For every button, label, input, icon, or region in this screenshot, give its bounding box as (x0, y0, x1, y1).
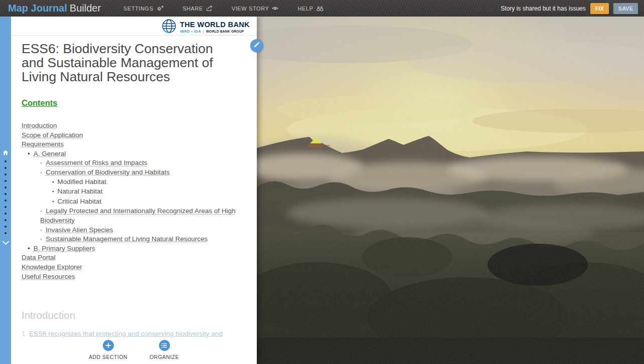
section-nav-dot[interactable] (5, 200, 7, 202)
section-nav-dot[interactable] (5, 167, 7, 169)
share-icon (206, 6, 213, 12)
toc-item: Scope of Application (22, 131, 244, 140)
toc-link[interactable]: Scope of Application (22, 131, 83, 139)
app-title-secondary: Builder (70, 3, 101, 14)
view-story-menu-label: VIEW STORY (232, 6, 269, 12)
chevron-down-icon[interactable] (2, 238, 10, 247)
organize-button[interactable]: ORGANIZE (149, 340, 179, 364)
view-story-button[interactable]: VIEW STORY (232, 6, 279, 12)
toc-link[interactable]: Introduction (22, 122, 57, 129)
builder-topbar: Map JournalBuilder SETTINGS SHARE (0, 0, 644, 17)
toc-link[interactable]: Conservation of Biodiversity and Habitat… (46, 168, 170, 176)
section-nav-dots (5, 160, 7, 234)
fix-button[interactable]: FIX (590, 3, 609, 14)
settings-button[interactable]: SETTINGS (123, 6, 164, 12)
toc-text: Critical Habitat (58, 198, 102, 205)
toc-item: Requirements (22, 140, 244, 149)
toc-text: Modified Habitat (58, 178, 107, 186)
toc-link[interactable]: Data Portal (22, 254, 56, 261)
toc-bullet: • (28, 149, 30, 159)
toc-bullet: ◦ (40, 168, 42, 177)
eye-icon (272, 6, 278, 11)
toc-item: ▪Modified Habitat (22, 177, 244, 188)
story-content-panel: THE WORLD BANK IBRD • IDA | WORLD BANK G… (11, 17, 257, 364)
section-nav-dot[interactable] (5, 193, 7, 195)
section-nav-dot[interactable] (5, 232, 7, 234)
globe-icon (162, 19, 177, 36)
toc-item: ◦Conservation of Biodiversity and Habita… (22, 168, 244, 177)
toc-link[interactable]: Sustainable Management of Living Natural… (46, 235, 208, 243)
toc-item: Knowledge Explorer (22, 263, 244, 272)
edit-section-button[interactable] (250, 39, 263, 52)
toc-item: Data Portal (22, 253, 244, 263)
story-header: THE WORLD BANK IBRD • IDA | WORLD BANK G… (11, 17, 257, 36)
toc-bullet: ▪ (52, 187, 54, 197)
save-button[interactable]: SAVE (613, 3, 638, 14)
main-stage-photo[interactable] (257, 17, 644, 364)
toc-bullet: ◦ (40, 226, 42, 235)
story-status-text: Story is shared but it has issues (501, 5, 585, 12)
settings-menu-label: SETTINGS (123, 6, 153, 12)
toc-item: Useful Resources (22, 272, 244, 282)
section-nav-dot[interactable] (5, 180, 7, 182)
toc-link[interactable]: Knowledge Explorer (22, 263, 82, 271)
toc-item: •A. General (22, 149, 244, 159)
section-nav-dot[interactable] (5, 226, 7, 228)
ibrd-ida-label: IBRD • IDA (180, 29, 201, 34)
toc-bullet: ◦ (40, 235, 42, 244)
toc-bullet: ◦ (40, 158, 42, 168)
toc-list: IntroductionScope of ApplicationRequirem… (22, 121, 244, 281)
faded-section-heading: Introduction (22, 309, 257, 321)
world-bank-subtitle: IBRD • IDA | WORLD BANK GROUP (180, 29, 250, 34)
app-title: Map JournalBuilder (8, 3, 101, 14)
toc-bullet: ◦ (40, 207, 42, 216)
preview-paragraph-number: 1. (22, 330, 27, 337)
pencil-icon (253, 41, 260, 50)
toc-bullet: ▪ (52, 177, 54, 187)
binoculars-icon (316, 6, 324, 12)
toc-link[interactable]: Requirements (22, 140, 64, 148)
share-button[interactable]: SHARE (183, 6, 213, 12)
list-icon (159, 340, 170, 351)
toc-item: ▪Critical Habitat (22, 197, 244, 207)
app-title-primary: Map Journal (8, 3, 67, 14)
toc-link[interactable]: Assessment of Risks and Impacts (46, 159, 147, 166)
home-icon[interactable] (3, 148, 9, 157)
toc-item: ◦Sustainable Management of Living Natura… (22, 235, 244, 244)
toc-link[interactable]: B. Primary Suppliers (34, 245, 95, 252)
toc-item: ▪Natural Habitat (22, 187, 244, 197)
toc-bullet: ▪ (52, 197, 54, 207)
section-nav-dot[interactable] (5, 173, 7, 175)
plus-icon (103, 340, 114, 351)
toc-link[interactable]: Legally Protected and Internationally Re… (40, 207, 236, 224)
help-menu-label: HELP (297, 6, 313, 12)
toc-link[interactable]: Invasive Alien Species (46, 226, 113, 234)
add-section-label: ADD SECTION (89, 354, 127, 360)
add-section-button[interactable]: ADD SECTION (89, 340, 127, 364)
help-button[interactable]: HELP (297, 6, 323, 12)
toc-item: •B. Primary Suppliers (22, 244, 244, 254)
toc-item: ◦Assessment of Risks and Impacts (22, 158, 244, 168)
share-menu-label: SHARE (183, 6, 203, 12)
world-bank-group-label: WORLD BANK GROUP (206, 29, 244, 34)
gears-icon (156, 6, 164, 12)
section-nav-dot[interactable] (5, 160, 7, 162)
page-title: ESS6: Biodiversity Conservation and Sust… (22, 42, 236, 84)
section-nav-dot[interactable] (5, 213, 7, 215)
section-nav-strip (0, 17, 11, 364)
toc-link[interactable]: Useful Resources (22, 273, 75, 280)
world-bank-logo: THE WORLD BANK IBRD • IDA | WORLD BANK G… (162, 19, 250, 36)
organize-label: ORGANIZE (149, 354, 179, 360)
logo-separator: | (203, 29, 204, 34)
world-bank-wordmark: THE WORLD BANK IBRD • IDA | WORLD BANK G… (180, 21, 250, 34)
section-nav-dot[interactable] (5, 187, 7, 189)
section-nav-dot[interactable] (5, 206, 7, 208)
toc-link[interactable]: A. General (34, 150, 66, 157)
toc-bullet: • (28, 244, 30, 254)
toc-item: ◦Invasive Alien Species (22, 226, 244, 235)
topbar-menu: SETTINGS SHARE (123, 6, 324, 12)
contents-link[interactable]: Contents (22, 98, 58, 108)
toc-item: ◦Legally Protected and Internationally R… (22, 207, 244, 225)
section-nav-dot[interactable] (5, 219, 7, 221)
topbar-status-area: Story is shared but it has issues FIX SA… (501, 3, 638, 14)
